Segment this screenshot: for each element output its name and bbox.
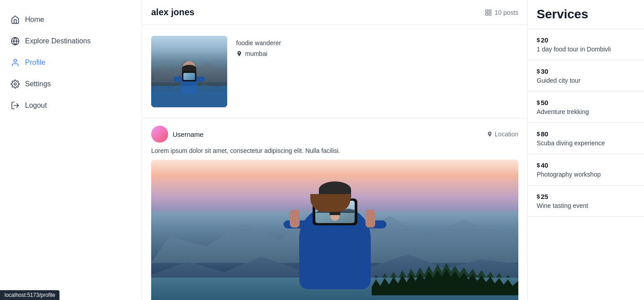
service-price-4: $ 80 xyxy=(537,130,635,138)
gear-icon xyxy=(11,80,20,89)
post-count: 10 posts xyxy=(485,9,518,16)
profile-city: mumbai xyxy=(245,50,267,57)
sidebar-item-logout[interactable]: Logout xyxy=(0,95,142,116)
globe-icon xyxy=(11,37,20,46)
statusbar-url: localhost:5173/profile xyxy=(4,292,55,298)
service-item-1[interactable]: $ 20 1 day food tour in Dombivli xyxy=(528,29,644,60)
sidebar-item-settings[interactable]: Settings xyxy=(0,73,142,95)
service-name-5: Photography workshop xyxy=(537,171,635,178)
profile-tagline: foodie wanderer xyxy=(236,39,518,46)
service-name-6: Wine tasting event xyxy=(537,202,635,209)
service-price-2: $ 30 xyxy=(537,68,635,75)
post-location-icon xyxy=(487,131,493,137)
svg-rect-5 xyxy=(486,10,488,12)
service-name-4: Scuba diving experience xyxy=(537,139,635,147)
main-content: alex jones 10 posts xyxy=(142,0,528,300)
post-image xyxy=(151,160,518,300)
sidebar-label-home: Home xyxy=(25,16,44,24)
services-title: Services xyxy=(528,0,644,29)
sidebar: Home Explore Destinations Profile S xyxy=(0,0,142,300)
profile-username: alex jones xyxy=(151,7,195,17)
svg-rect-8 xyxy=(486,13,488,15)
post-location-tag: Location xyxy=(487,131,518,138)
sidebar-label-settings: Settings xyxy=(25,80,51,88)
sidebar-item-profile[interactable]: Profile xyxy=(0,52,142,73)
location-pin-icon xyxy=(236,51,242,57)
post-caption: Lorem ipsum dolor sit amet, consectetur … xyxy=(151,147,518,154)
posts-icon xyxy=(485,9,492,16)
user-icon xyxy=(11,58,20,67)
post-user-avatar xyxy=(151,126,168,143)
service-price-6: $ 25 xyxy=(537,193,635,200)
post-header: Username Location xyxy=(151,126,518,143)
profile-header: alex jones 10 posts xyxy=(142,0,527,25)
statusbar: localhost:5173/profile xyxy=(0,290,59,300)
logout-icon xyxy=(11,101,20,110)
sidebar-label-logout: Logout xyxy=(25,101,47,110)
sidebar-item-explore[interactable]: Explore Destinations xyxy=(0,30,142,52)
svg-point-2 xyxy=(14,59,17,63)
sidebar-label-profile: Profile xyxy=(25,59,45,67)
profile-info: foodie wanderer mumbai xyxy=(236,36,518,57)
service-price-5: $ 40 xyxy=(537,161,635,169)
service-name-3: Adventure trekking xyxy=(537,108,635,115)
service-item-2[interactable]: $ 30 Guided city tour xyxy=(528,60,644,92)
post-user: Username xyxy=(151,126,203,143)
service-item-4[interactable]: $ 80 Scuba diving experience xyxy=(528,123,644,154)
service-item-6[interactable]: $ 25 Wine tasting event xyxy=(528,186,644,217)
svg-rect-6 xyxy=(489,10,491,12)
svg-rect-7 xyxy=(489,13,491,15)
mountain-scene xyxy=(151,160,518,300)
service-name-2: Guided city tour xyxy=(537,77,635,84)
service-price-1: $ 20 xyxy=(537,36,635,44)
sidebar-label-explore: Explore Destinations xyxy=(25,37,91,45)
post-item: Username Location Lorem ipsum dolor sit … xyxy=(142,118,527,300)
home-icon xyxy=(11,15,20,24)
service-name-1: 1 day food tour in Dombivli xyxy=(537,46,635,53)
profile-location: mumbai xyxy=(236,50,518,57)
service-price-3: $ 50 xyxy=(537,99,635,106)
profile-bio: foodie wanderer mumbai xyxy=(142,25,527,118)
services-panel: Services $ 20 1 day food tour in Dombivl… xyxy=(528,0,644,300)
profile-avatar-image xyxy=(151,36,227,107)
svg-point-3 xyxy=(14,83,17,85)
post-username: Username xyxy=(173,131,203,138)
service-item-5[interactable]: $ 40 Photography workshop xyxy=(528,154,644,186)
post-location-text: Location xyxy=(495,131,518,138)
post-count-label: 10 posts xyxy=(495,9,518,16)
sidebar-item-home[interactable]: Home xyxy=(0,9,142,30)
service-item-3[interactable]: $ 50 Adventure trekking xyxy=(528,92,644,123)
avatar-scene xyxy=(151,36,227,107)
